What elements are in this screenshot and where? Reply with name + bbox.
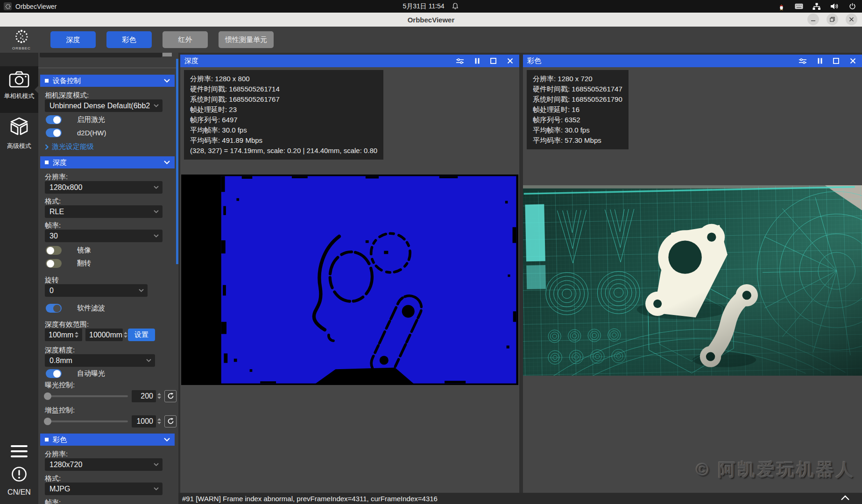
flip-toggle-label: 翻转 xyxy=(77,259,91,268)
pause-stream-button[interactable] xyxy=(818,58,822,64)
info-line: 硬件时间戳: 1685505261714 xyxy=(190,84,377,94)
flip-toggle-row: 翻转 xyxy=(46,259,91,268)
exposure-row: 200 xyxy=(45,390,177,402)
language-toggle-label: CN/EN xyxy=(7,488,31,496)
software-filter-toggle[interactable] xyxy=(46,304,62,313)
language-toggle[interactable]: CN/EN xyxy=(0,488,38,497)
tab-color[interactable]: 彩色 xyxy=(106,31,152,48)
depth-fps-select[interactable]: 30 xyxy=(45,230,163,242)
tab-infrared[interactable]: 红外 xyxy=(163,31,208,48)
precision-value: 0.8mm xyxy=(49,357,72,365)
rotate-select[interactable]: 0 xyxy=(45,284,148,297)
depth-image[interactable] xyxy=(181,175,518,385)
network-tray-icon[interactable] xyxy=(813,2,821,11)
color-image[interactable] xyxy=(523,185,862,376)
d2d-toggle[interactable] xyxy=(46,128,62,137)
spinner-arrows-icon[interactable] xyxy=(157,393,161,399)
maximize-icon xyxy=(833,58,839,64)
restore-button[interactable] xyxy=(827,14,838,25)
menu-button[interactable] xyxy=(0,444,38,461)
color-resolution-select[interactable]: 1280x720 xyxy=(45,458,163,471)
sliders-icon xyxy=(456,58,464,64)
chevron-down-icon xyxy=(164,161,170,164)
tab-imu[interactable]: 惯性测量单元 xyxy=(219,31,274,48)
tab-imu-label: 惯性测量单元 xyxy=(225,35,267,44)
system-app-title: OrbbecViewer xyxy=(15,3,57,10)
clock: 5月31日 11∶54 xyxy=(403,2,445,11)
spinner-arrows-icon[interactable] xyxy=(124,332,127,338)
color-resolution-value: 1280x720 xyxy=(49,461,82,469)
depth-panel-title: 深度 xyxy=(184,56,198,65)
color-fps-label: 帧率: xyxy=(45,498,61,504)
section-color[interactable]: 彩色 xyxy=(40,434,175,446)
precision-select[interactable]: 0.8mm xyxy=(45,354,155,367)
auto-exposure-toggle[interactable] xyxy=(46,369,62,378)
info-line: 分辨率: 1280 x 800 xyxy=(190,74,377,84)
section-depth[interactable]: 深度 xyxy=(40,156,175,168)
depth-mode-value: Unbinned Dense Default(6bb2 xyxy=(49,102,150,110)
orbbec-logo: ORBBEC xyxy=(8,28,35,50)
chevron-down-icon xyxy=(154,104,159,107)
close-view-button[interactable] xyxy=(507,58,513,64)
pause-stream-button[interactable] xyxy=(475,58,480,64)
tab-depth[interactable]: 深度 xyxy=(50,31,96,48)
expand-log-button[interactable] xyxy=(841,494,850,502)
depth-resolution-select[interactable]: 1280x800 xyxy=(45,181,163,194)
laser-level-link[interactable]: 激光设定能级 xyxy=(45,142,94,151)
color-panel-title: 彩色 xyxy=(527,56,541,65)
maximize-view-button[interactable] xyxy=(490,58,496,64)
color-resolution-label: 分辨率: xyxy=(45,450,68,459)
about-button[interactable] xyxy=(0,466,38,484)
range-min-input[interactable]: 100mm xyxy=(45,329,82,341)
depth-resolution-label: 分辨率: xyxy=(45,173,68,182)
close-button[interactable] xyxy=(846,14,857,25)
orbbec-logo-text: ORBBEC xyxy=(8,46,35,50)
spinner-arrows-icon[interactable] xyxy=(75,332,78,338)
exposure-input[interactable]: 200 xyxy=(132,390,156,402)
info-line: 平均码率: 57.30 Mbps xyxy=(533,135,622,146)
gain-row: 1000 xyxy=(45,415,177,427)
power-tray-icon[interactable] xyxy=(848,2,856,11)
set-range-button[interactable]: 设置 xyxy=(128,329,155,341)
notification-bell-icon[interactable] xyxy=(451,2,459,11)
flip-toggle[interactable] xyxy=(46,259,62,268)
stream-settings-button[interactable] xyxy=(798,58,807,64)
sidebar-item-single-camera-mode[interactable]: 单相机模式 xyxy=(0,66,38,113)
gain-reset-button[interactable] xyxy=(164,415,177,427)
maximize-view-button[interactable] xyxy=(833,58,839,64)
laser-toggle-label: 启用激光 xyxy=(77,115,105,124)
section-title: 彩色 xyxy=(53,435,67,444)
exposure-slider[interactable] xyxy=(45,395,128,397)
chevron-down-icon xyxy=(154,487,159,490)
depth-mode-label: 相机深度模式: xyxy=(45,91,89,100)
penguin-tray-icon[interactable] xyxy=(777,2,785,11)
chevron-down-icon xyxy=(154,463,159,466)
stream-settings-button[interactable] xyxy=(456,58,464,64)
gain-input[interactable]: 1000 xyxy=(132,415,156,427)
volume-tray-icon[interactable] xyxy=(830,2,839,11)
mirror-toggle-row: 镜像 xyxy=(46,246,91,255)
minimize-button[interactable] xyxy=(807,14,819,25)
gain-slider[interactable] xyxy=(45,420,128,422)
color-format-select[interactable]: MJPG xyxy=(45,483,163,495)
depth-mode-select[interactable]: Unbinned Dense Default(6bb2 xyxy=(45,99,163,112)
chevron-down-icon xyxy=(154,210,159,213)
mirror-toggle[interactable] xyxy=(46,246,62,255)
range-max-input[interactable]: 10000mm xyxy=(85,329,123,341)
keyboard-tray-icon[interactable] xyxy=(795,2,803,11)
sidebar-item-advanced-mode[interactable]: 高级模式 xyxy=(0,114,38,156)
control-panel: 设备控制 相机深度模式: Unbinned Dense Default(6bb2… xyxy=(38,53,178,504)
spinner-arrows-icon[interactable] xyxy=(157,418,161,424)
bullet-icon xyxy=(45,161,49,164)
depth-format-select[interactable]: RLE xyxy=(45,205,163,218)
exposure-reset-button[interactable] xyxy=(164,390,177,402)
laser-toggle[interactable] xyxy=(46,115,62,124)
rotate-label: 旋转 xyxy=(45,276,59,285)
section-device-control[interactable]: 设备控制 xyxy=(40,75,175,87)
app-spiral-icon xyxy=(4,2,12,10)
gain-value: 1000 xyxy=(136,417,153,426)
refresh-icon xyxy=(167,418,174,425)
bullet-icon xyxy=(45,79,49,83)
close-view-button[interactable] xyxy=(850,58,856,64)
set-range-button-label: 设置 xyxy=(134,330,148,339)
